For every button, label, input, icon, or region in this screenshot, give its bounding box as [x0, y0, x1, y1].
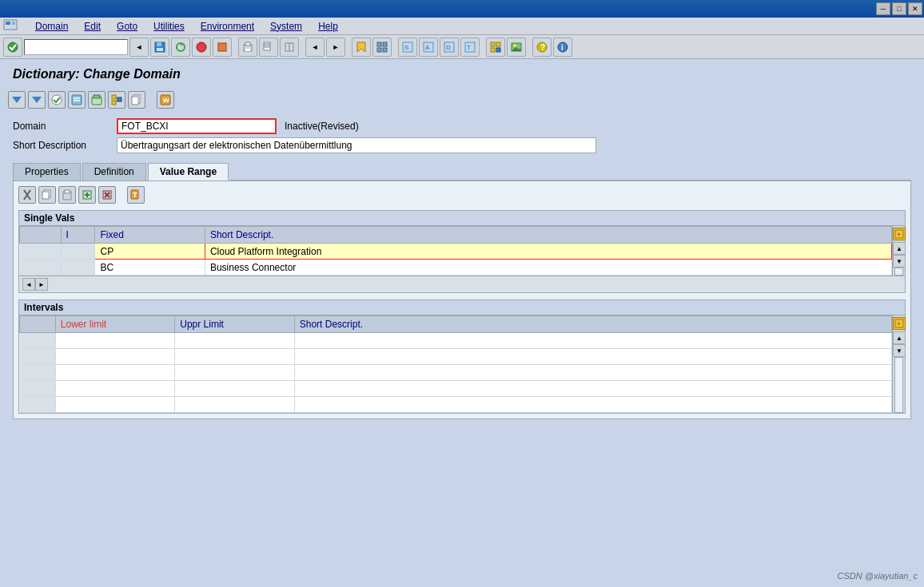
expand-row-icon2[interactable]: +	[893, 317, 906, 330]
toolbar-func-btn[interactable]	[68, 91, 86, 109]
maximize-button[interactable]: □	[892, 2, 906, 15]
toolbar-check-btn[interactable]	[48, 91, 66, 109]
menu-utilities[interactable]: Utilities	[150, 19, 188, 34]
cell-fixed[interactable]: BC	[95, 260, 205, 276]
menu-goto[interactable]: Goto	[114, 19, 141, 34]
menu-system[interactable]: System	[267, 19, 305, 34]
row-num	[20, 381, 56, 397]
refresh-icon[interactable]	[171, 38, 190, 57]
cell-upper[interactable]	[175, 397, 294, 413]
cell-short-desc[interactable]: Business Connector	[205, 260, 891, 276]
single-vals-section: Single Vals I Fixed Short Descript.	[18, 210, 906, 293]
help2-icon[interactable]: ?	[532, 38, 552, 57]
app4-icon[interactable]: T	[460, 38, 480, 57]
table-row[interactable]: BC Business Connector	[20, 260, 892, 276]
bookmark-icon[interactable]	[352, 38, 371, 57]
back-icon[interactable]: ◄	[129, 38, 149, 57]
toolbar-where-btn[interactable]: W	[157, 91, 174, 109]
cell-desc[interactable]	[294, 349, 891, 365]
svg-text:A: A	[425, 44, 430, 51]
table-row[interactable]	[20, 333, 892, 349]
save-icon[interactable]	[150, 38, 169, 57]
execute-icon[interactable]	[192, 38, 211, 57]
app2-icon[interactable]: A	[419, 38, 438, 57]
find-icon[interactable]	[259, 38, 278, 57]
cell-lower[interactable]	[55, 381, 174, 397]
app1-icon[interactable]: S	[398, 38, 417, 57]
row-num	[20, 349, 56, 365]
table-row[interactable]	[20, 397, 892, 413]
svg-rect-53	[112, 101, 116, 105]
menu-edit[interactable]: Edit	[81, 19, 104, 34]
cell-desc[interactable]	[294, 333, 891, 349]
tab-definition[interactable]: Definition	[82, 163, 146, 180]
nav-forward-btn[interactable]	[28, 91, 46, 109]
scroll-down-btn[interactable]: ▼	[893, 255, 906, 268]
cut-icon[interactable]	[18, 186, 36, 204]
expand-icon[interactable]	[280, 38, 299, 57]
print-icon[interactable]	[238, 38, 257, 57]
single-vals-table-wrapper: I Fixed Short Descript. CP Cloud Platfor…	[19, 226, 905, 276]
search2-icon[interactable]: T	[127, 186, 145, 204]
toolbar-tree-btn[interactable]	[108, 91, 125, 109]
cell-lower[interactable]	[55, 349, 174, 365]
command-input[interactable]	[24, 39, 128, 55]
copy-icon[interactable]	[38, 186, 56, 204]
cell-desc[interactable]	[294, 397, 891, 413]
cell-upper[interactable]	[175, 333, 294, 349]
page-header: Dictionary: Change Domain	[6, 64, 918, 91]
table-row[interactable]: CP Cloud Platform Integration	[20, 244, 892, 260]
picture-icon[interactable]	[507, 38, 526, 57]
nav-right-btn[interactable]: ►	[35, 278, 48, 291]
single-vals-scrollbar: + ▲ ▼	[892, 226, 905, 276]
menu-bar: Domain Edit Goto Utilities Environment S…	[0, 18, 924, 35]
cell-short-desc[interactable]: Cloud Platform Integration	[205, 244, 891, 260]
cell-upper[interactable]	[175, 365, 294, 381]
col-short-desc: Short Descript.	[205, 227, 891, 244]
app3-icon[interactable]: D	[440, 38, 459, 57]
close-button[interactable]: ✕	[908, 2, 922, 15]
cell-fixed[interactable]: CP	[95, 244, 205, 260]
menu-help[interactable]: Help	[315, 19, 341, 34]
scroll-up-btn[interactable]: ▲	[893, 242, 906, 255]
svg-text:T: T	[133, 191, 137, 199]
scroll-up-btn2[interactable]: ▲	[893, 331, 906, 344]
expand-row-icon[interactable]: +	[893, 228, 906, 240]
domain-input[interactable]	[117, 118, 277, 134]
table-row[interactable]	[20, 349, 892, 365]
tab-properties[interactable]: Properties	[13, 163, 81, 180]
nav-left-btn[interactable]: ◄	[22, 278, 35, 291]
grid-icon[interactable]	[486, 38, 505, 57]
cell-upper[interactable]	[175, 349, 294, 365]
stop-icon[interactable]	[213, 38, 232, 57]
insert-icon[interactable]	[78, 186, 96, 204]
check-icon[interactable]	[3, 38, 22, 57]
menu-environment[interactable]: Environment	[197, 19, 257, 34]
nav-back-btn[interactable]	[8, 91, 26, 109]
cell-desc[interactable]	[294, 381, 891, 397]
paste-icon[interactable]	[58, 186, 76, 204]
delete-icon[interactable]	[98, 186, 116, 204]
cell-lower[interactable]	[55, 333, 174, 349]
layout-icon[interactable]	[372, 38, 392, 57]
cell-desc[interactable]	[294, 365, 891, 381]
prev-icon[interactable]: ◄	[305, 38, 325, 57]
next-icon[interactable]: ►	[326, 38, 345, 57]
scroll-down-btn2[interactable]: ▼	[893, 344, 906, 357]
toolbar-activate-btn[interactable]	[88, 91, 106, 109]
table-row[interactable]	[20, 381, 892, 397]
minimize-button[interactable]: ─	[876, 2, 890, 15]
table-row[interactable]	[20, 365, 892, 381]
toolbar-copy-btn[interactable]	[128, 91, 145, 109]
svg-rect-35	[491, 48, 495, 52]
menu-domain[interactable]: Domain	[32, 19, 71, 34]
cell-lower[interactable]	[55, 365, 174, 381]
cell-lower[interactable]	[55, 397, 174, 413]
svg-rect-22	[383, 42, 387, 46]
short-desc-label: Short Description	[13, 140, 117, 151]
info-icon[interactable]: i	[553, 38, 572, 57]
short-desc-input[interactable]	[117, 137, 596, 153]
svg-text:i: i	[561, 43, 564, 52]
cell-upper[interactable]	[175, 381, 294, 397]
tab-value-range[interactable]: Value Range	[148, 163, 229, 180]
